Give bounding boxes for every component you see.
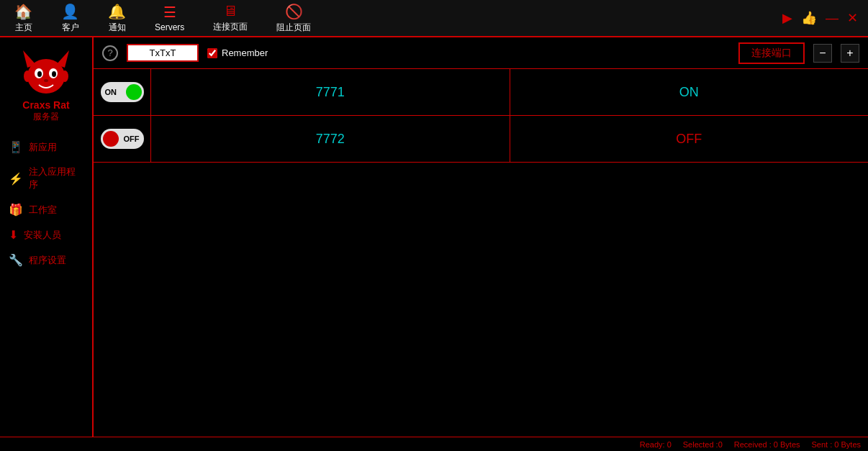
nav-home[interactable]: 🏠 主页 (7, 0, 40, 37)
home-icon: 🏠 (14, 3, 32, 20)
top-navigation: 🏠 主页 👤 客户 🔔 通知 ☰ Servers 🖥 连接页面 🚫 阻止页面 ▶… (0, 0, 868, 37)
svg-point-9 (61, 70, 68, 82)
nav-notifications[interactable]: 🔔 通知 (101, 0, 133, 37)
nav-clients[interactable]: 👤 客户 (54, 0, 86, 37)
plus-button[interactable]: + (841, 44, 859, 63)
remember-checkbox[interactable] (207, 48, 217, 58)
port-status-off: OFF (510, 116, 869, 162)
port-row-7772: OFF 7772 OFF (94, 116, 868, 163)
download-icon: ⬇ (9, 228, 18, 242)
port-table: ON 7771 ON OFF 7772 OFF (94, 69, 868, 437)
sidebar-item-installer[interactable]: ⬇ 安装人员 (0, 222, 92, 247)
youtube-button[interactable]: ▶ (779, 9, 795, 27)
bell-icon: 🔔 (108, 3, 126, 20)
port-row-7771: ON 7771 ON (94, 69, 868, 116)
user-icon: 👤 (61, 3, 79, 20)
minus-button[interactable]: − (813, 44, 832, 63)
tab-input[interactable] (127, 44, 199, 62)
svg-point-7 (44, 79, 48, 82)
sidebar-item-inject[interactable]: ⚡ 注入应用程序 (0, 160, 92, 197)
toggle-off-label: OFF (124, 135, 140, 143)
svg-point-6 (52, 71, 56, 77)
wrench-icon: 🔧 (9, 253, 23, 267)
servers-icon: ☰ (163, 4, 176, 21)
nav-blocked[interactable]: 🚫 阻止页面 (269, 0, 318, 37)
sidebar-item-settings[interactable]: 🔧 程序设置 (0, 247, 92, 273)
toggle-off-switch[interactable]: OFF (101, 129, 144, 149)
app-logo (20, 45, 72, 96)
svg-marker-2 (56, 50, 69, 68)
close-button[interactable]: ✕ (844, 9, 861, 27)
window-controls: ▶ 👍 — ✕ (779, 9, 861, 27)
blocked-icon: 🚫 (285, 3, 303, 20)
inject-icon: ⚡ (9, 172, 23, 186)
brand-name: Craxs Rat (22, 99, 69, 111)
svg-point-8 (24, 70, 31, 82)
help-button[interactable]: ? (102, 45, 118, 61)
status-sent: Sent : 0 Bytes (812, 440, 861, 449)
port-status-on: ON (510, 69, 869, 115)
connections-icon: 🖥 (223, 3, 238, 19)
toggle-on-switch[interactable]: ON (101, 82, 144, 102)
connect-port-button[interactable]: 连接端口 (738, 42, 805, 64)
toggle-on-label: ON (105, 88, 117, 96)
remember-area: Remember (207, 47, 268, 58)
nav-servers[interactable]: ☰ Servers (148, 1, 191, 35)
sidebar-item-workshop[interactable]: 🎁 工作室 (0, 197, 92, 222)
status-received: Received : 0 Bytes (734, 440, 800, 449)
like-button[interactable]: 👍 (798, 9, 820, 27)
brand-sub: 服务器 (33, 111, 59, 123)
nav-connections[interactable]: 🖥 连接页面 (206, 0, 255, 36)
status-selected: Selected :0 (683, 440, 723, 449)
svg-point-5 (37, 71, 42, 77)
workshop-icon: 🎁 (9, 203, 23, 217)
status-bar: Ready: 0 Selected :0 Received : 0 Bytes … (0, 437, 868, 451)
logo-area: Craxs Rat 服务器 (20, 45, 72, 123)
remember-label: Remember (222, 47, 268, 58)
toolbar: ? Remember 连接端口 − + (94, 37, 868, 69)
main-content: ? Remember 连接端口 − + ON 7771 ON (94, 37, 868, 437)
port-number-7771: 7771 (151, 69, 510, 115)
port-number-7772: 7772 (151, 116, 510, 162)
sidebar: Craxs Rat 服务器 📱 新应用 ⚡ 注入应用程序 🎁 工作室 ⬇ 安装人… (0, 37, 94, 437)
toggle-cell-off: OFF (94, 116, 151, 162)
android-icon: 📱 (9, 140, 23, 154)
toggle-cell-on: ON (94, 69, 151, 115)
status-ready: Ready: 0 (640, 440, 672, 449)
sidebar-item-new-app[interactable]: 📱 新应用 (0, 135, 92, 160)
svg-marker-1 (23, 50, 36, 68)
minimize-dash-button[interactable]: — (823, 9, 841, 27)
